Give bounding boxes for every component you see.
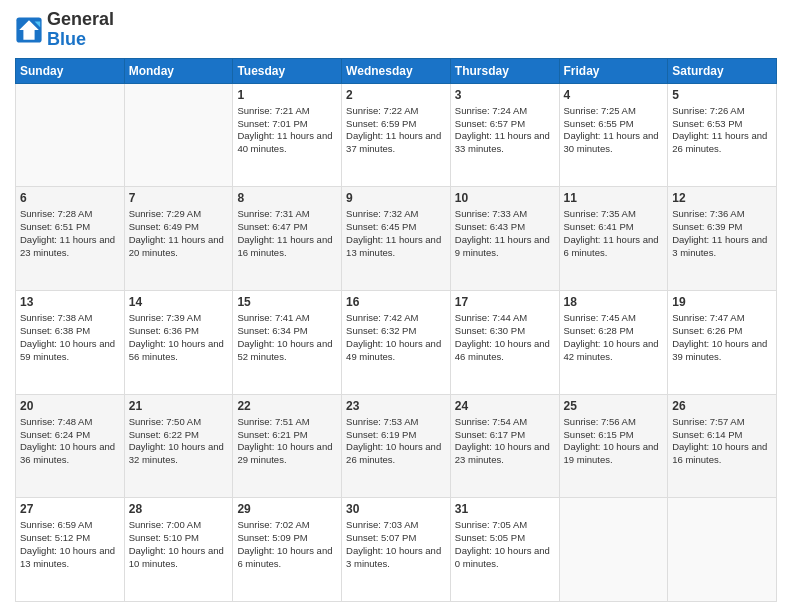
day-number: 22 [237,398,337,414]
day-number: 4 [564,87,664,103]
day-info: Sunrise: 7:21 AMSunset: 7:01 PMDaylight:… [237,105,337,156]
day-number: 6 [20,190,120,206]
calendar-cell: 30Sunrise: 7:03 AMSunset: 5:07 PMDayligh… [342,498,451,602]
calendar-cell: 18Sunrise: 7:45 AMSunset: 6:28 PMDayligh… [559,290,668,394]
day-info: Sunrise: 7:02 AMSunset: 5:09 PMDaylight:… [237,519,337,570]
day-info: Sunrise: 7:32 AMSunset: 6:45 PMDaylight:… [346,208,446,259]
day-info: Sunrise: 7:29 AMSunset: 6:49 PMDaylight:… [129,208,229,259]
calendar-cell: 13Sunrise: 7:38 AMSunset: 6:38 PMDayligh… [16,290,125,394]
day-info: Sunrise: 7:39 AMSunset: 6:36 PMDaylight:… [129,312,229,363]
day-number: 11 [564,190,664,206]
day-number: 10 [455,190,555,206]
day-number: 30 [346,501,446,517]
day-info: Sunrise: 7:36 AMSunset: 6:39 PMDaylight:… [672,208,772,259]
day-info: Sunrise: 7:33 AMSunset: 6:43 PMDaylight:… [455,208,555,259]
weekday-header-tuesday: Tuesday [233,58,342,83]
logo-icon [15,16,43,44]
day-number: 1 [237,87,337,103]
day-info: Sunrise: 7:03 AMSunset: 5:07 PMDaylight:… [346,519,446,570]
day-number: 23 [346,398,446,414]
calendar-cell: 19Sunrise: 7:47 AMSunset: 6:26 PMDayligh… [668,290,777,394]
day-info: Sunrise: 7:26 AMSunset: 6:53 PMDaylight:… [672,105,772,156]
calendar-cell: 11Sunrise: 7:35 AMSunset: 6:41 PMDayligh… [559,187,668,291]
day-number: 7 [129,190,229,206]
day-number: 14 [129,294,229,310]
calendar-cell: 23Sunrise: 7:53 AMSunset: 6:19 PMDayligh… [342,394,451,498]
day-info: Sunrise: 7:22 AMSunset: 6:59 PMDaylight:… [346,105,446,156]
calendar-cell: 6Sunrise: 7:28 AMSunset: 6:51 PMDaylight… [16,187,125,291]
day-info: Sunrise: 7:45 AMSunset: 6:28 PMDaylight:… [564,312,664,363]
day-number: 26 [672,398,772,414]
day-number: 3 [455,87,555,103]
calendar-cell: 21Sunrise: 7:50 AMSunset: 6:22 PMDayligh… [124,394,233,498]
day-number: 13 [20,294,120,310]
day-info: Sunrise: 7:35 AMSunset: 6:41 PMDaylight:… [564,208,664,259]
weekday-header-sunday: Sunday [16,58,125,83]
calendar-cell: 17Sunrise: 7:44 AMSunset: 6:30 PMDayligh… [450,290,559,394]
calendar-cell [668,498,777,602]
calendar-cell: 3Sunrise: 7:24 AMSunset: 6:57 PMDaylight… [450,83,559,187]
day-info: Sunrise: 7:42 AMSunset: 6:32 PMDaylight:… [346,312,446,363]
day-info: Sunrise: 7:51 AMSunset: 6:21 PMDaylight:… [237,416,337,467]
day-info: Sunrise: 7:47 AMSunset: 6:26 PMDaylight:… [672,312,772,363]
day-info: Sunrise: 7:38 AMSunset: 6:38 PMDaylight:… [20,312,120,363]
logo-text: GeneralBlue [47,10,114,50]
day-number: 2 [346,87,446,103]
day-info: Sunrise: 7:41 AMSunset: 6:34 PMDaylight:… [237,312,337,363]
weekday-header-thursday: Thursday [450,58,559,83]
day-info: Sunrise: 7:50 AMSunset: 6:22 PMDaylight:… [129,416,229,467]
day-info: Sunrise: 7:28 AMSunset: 6:51 PMDaylight:… [20,208,120,259]
calendar-cell: 14Sunrise: 7:39 AMSunset: 6:36 PMDayligh… [124,290,233,394]
calendar: SundayMondayTuesdayWednesdayThursdayFrid… [15,58,777,602]
day-info: Sunrise: 7:24 AMSunset: 6:57 PMDaylight:… [455,105,555,156]
calendar-cell: 20Sunrise: 7:48 AMSunset: 6:24 PMDayligh… [16,394,125,498]
day-number: 20 [20,398,120,414]
weekday-header-saturday: Saturday [668,58,777,83]
day-info: Sunrise: 7:44 AMSunset: 6:30 PMDaylight:… [455,312,555,363]
calendar-cell [16,83,125,187]
day-info: Sunrise: 7:05 AMSunset: 5:05 PMDaylight:… [455,519,555,570]
day-number: 16 [346,294,446,310]
calendar-cell: 22Sunrise: 7:51 AMSunset: 6:21 PMDayligh… [233,394,342,498]
calendar-cell: 24Sunrise: 7:54 AMSunset: 6:17 PMDayligh… [450,394,559,498]
calendar-cell: 7Sunrise: 7:29 AMSunset: 6:49 PMDaylight… [124,187,233,291]
calendar-cell [124,83,233,187]
day-info: Sunrise: 7:54 AMSunset: 6:17 PMDaylight:… [455,416,555,467]
day-number: 24 [455,398,555,414]
day-number: 28 [129,501,229,517]
calendar-cell: 26Sunrise: 7:57 AMSunset: 6:14 PMDayligh… [668,394,777,498]
calendar-cell: 29Sunrise: 7:02 AMSunset: 5:09 PMDayligh… [233,498,342,602]
day-number: 18 [564,294,664,310]
day-info: Sunrise: 6:59 AMSunset: 5:12 PMDaylight:… [20,519,120,570]
day-info: Sunrise: 7:57 AMSunset: 6:14 PMDaylight:… [672,416,772,467]
day-number: 31 [455,501,555,517]
day-info: Sunrise: 7:25 AMSunset: 6:55 PMDaylight:… [564,105,664,156]
day-info: Sunrise: 7:00 AMSunset: 5:10 PMDaylight:… [129,519,229,570]
day-number: 8 [237,190,337,206]
day-number: 5 [672,87,772,103]
day-number: 17 [455,294,555,310]
weekday-header-friday: Friday [559,58,668,83]
calendar-cell: 27Sunrise: 6:59 AMSunset: 5:12 PMDayligh… [16,498,125,602]
calendar-cell: 31Sunrise: 7:05 AMSunset: 5:05 PMDayligh… [450,498,559,602]
calendar-cell: 1Sunrise: 7:21 AMSunset: 7:01 PMDaylight… [233,83,342,187]
day-info: Sunrise: 7:48 AMSunset: 6:24 PMDaylight:… [20,416,120,467]
calendar-cell: 2Sunrise: 7:22 AMSunset: 6:59 PMDaylight… [342,83,451,187]
day-info: Sunrise: 7:53 AMSunset: 6:19 PMDaylight:… [346,416,446,467]
calendar-cell: 4Sunrise: 7:25 AMSunset: 6:55 PMDaylight… [559,83,668,187]
day-number: 12 [672,190,772,206]
day-info: Sunrise: 7:56 AMSunset: 6:15 PMDaylight:… [564,416,664,467]
calendar-cell: 12Sunrise: 7:36 AMSunset: 6:39 PMDayligh… [668,187,777,291]
day-number: 15 [237,294,337,310]
day-number: 25 [564,398,664,414]
calendar-cell: 8Sunrise: 7:31 AMSunset: 6:47 PMDaylight… [233,187,342,291]
day-info: Sunrise: 7:31 AMSunset: 6:47 PMDaylight:… [237,208,337,259]
day-number: 21 [129,398,229,414]
calendar-cell: 9Sunrise: 7:32 AMSunset: 6:45 PMDaylight… [342,187,451,291]
calendar-cell: 25Sunrise: 7:56 AMSunset: 6:15 PMDayligh… [559,394,668,498]
weekday-header-monday: Monday [124,58,233,83]
day-number: 29 [237,501,337,517]
calendar-cell: 16Sunrise: 7:42 AMSunset: 6:32 PMDayligh… [342,290,451,394]
calendar-cell: 10Sunrise: 7:33 AMSunset: 6:43 PMDayligh… [450,187,559,291]
calendar-cell: 28Sunrise: 7:00 AMSunset: 5:10 PMDayligh… [124,498,233,602]
